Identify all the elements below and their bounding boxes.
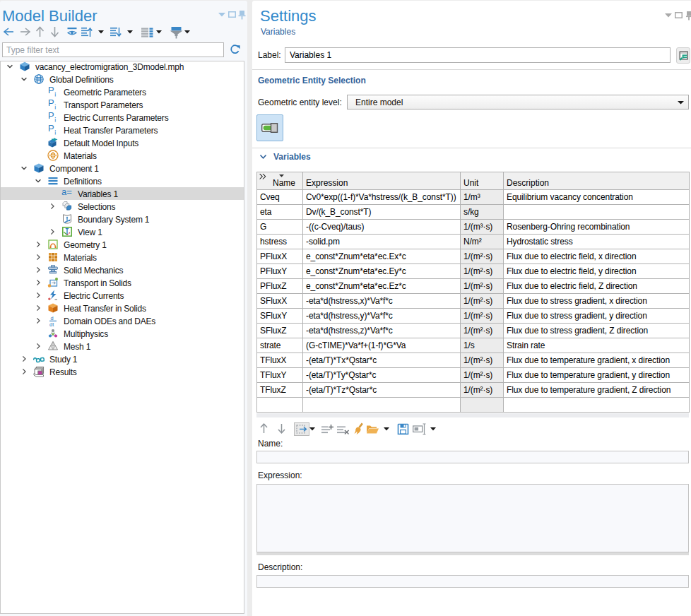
svg-text:dt: dt [49,321,54,327]
